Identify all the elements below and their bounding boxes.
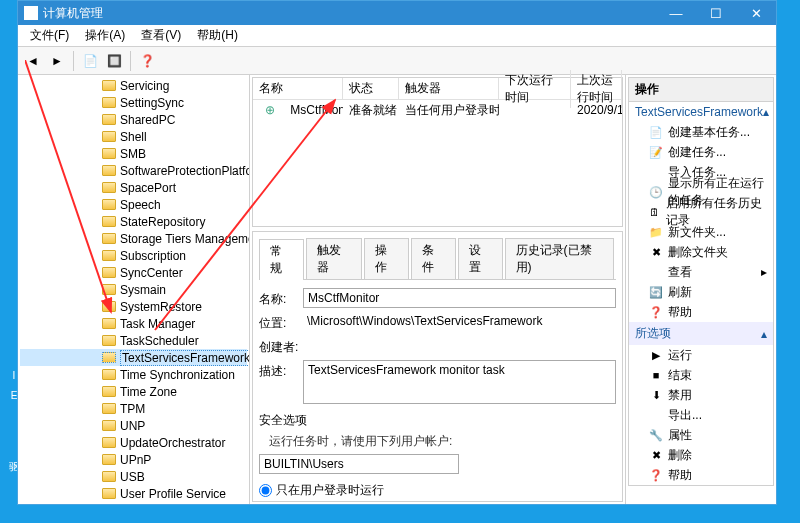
- action-icon: ⬇: [649, 388, 663, 402]
- tree-item-unp[interactable]: UNP: [20, 417, 247, 434]
- folder-icon: [102, 80, 116, 91]
- action-label: 删除: [668, 447, 692, 464]
- folder-icon: [102, 318, 116, 329]
- action-label: 禁用: [668, 387, 692, 404]
- task-row[interactable]: ⊕ MsCtfMoni... 准备就绪 当任何用户登录时 2020/9/15 1…: [253, 100, 622, 120]
- name-field[interactable]: [303, 288, 616, 308]
- tree-item-synccenter[interactable]: SyncCenter: [20, 264, 247, 281]
- action-帮助[interactable]: ❓帮助: [629, 302, 773, 322]
- tree-item-time-zone[interactable]: Time Zone: [20, 383, 247, 400]
- menu-help[interactable]: 帮助(H): [189, 25, 246, 46]
- col-trigger[interactable]: 触发器: [399, 78, 499, 99]
- tree-item-task-manager[interactable]: Task Manager: [20, 315, 247, 332]
- tree-item-usb[interactable]: USB: [20, 468, 247, 485]
- actions-group-1-title: TextServicesFramework▴: [629, 102, 773, 122]
- toolbar-refresh-button[interactable]: 🔲: [103, 50, 125, 72]
- menubar: 文件(F) 操作(A) 查看(V) 帮助(H): [18, 25, 776, 47]
- action-icon: ❓: [649, 305, 663, 319]
- collapse-icon[interactable]: ▴: [761, 327, 767, 341]
- tab-general[interactable]: 常规: [259, 239, 304, 280]
- tree-item-label: SpacePort: [120, 181, 176, 195]
- tree-item-sysmain[interactable]: Sysmain: [20, 281, 247, 298]
- toolbar-back-button[interactable]: ◄: [22, 50, 44, 72]
- tree-item-label: Task Manager: [120, 317, 195, 331]
- action-结束[interactable]: ■结束: [629, 365, 773, 385]
- action-禁用[interactable]: ⬇禁用: [629, 385, 773, 405]
- location-field: [303, 312, 616, 330]
- col-name[interactable]: 名称: [253, 78, 343, 99]
- toolbar-help-button[interactable]: ❓: [136, 50, 158, 72]
- action-运行[interactable]: ▶运行: [629, 345, 773, 365]
- tree-item-updateorchestrator[interactable]: UpdateOrchestrator: [20, 434, 247, 451]
- middle-pane: 名称 状态 触发器 下次运行时间 上次运行时间 ⊕ MsCtfMoni... 准…: [250, 75, 626, 504]
- menu-file[interactable]: 文件(F): [22, 25, 77, 46]
- action-label: 运行: [668, 347, 692, 364]
- tree-item-systemrestore[interactable]: SystemRestore: [20, 298, 247, 315]
- tree-item-time-synchronization[interactable]: Time Synchronization: [20, 366, 247, 383]
- task-trigger: 当任何用户登录时: [399, 100, 499, 121]
- tree-item-textservicesframework[interactable]: TextServicesFramework: [20, 349, 247, 366]
- toolbar-up-button[interactable]: 📄: [79, 50, 101, 72]
- folder-icon: [102, 420, 116, 431]
- action-label: 属性: [668, 427, 692, 444]
- tree-item-tpm[interactable]: TPM: [20, 400, 247, 417]
- tab-settings[interactable]: 设置: [458, 238, 503, 279]
- action-创建基本任务[interactable]: 📄创建基本任务...: [629, 122, 773, 142]
- action-导出[interactable]: 导出...: [629, 405, 773, 425]
- action-查看[interactable]: 查看▸: [629, 262, 773, 282]
- action-删除文件夹[interactable]: ✖删除文件夹: [629, 242, 773, 262]
- action-刷新[interactable]: 🔄刷新: [629, 282, 773, 302]
- security-account[interactable]: BUILTIN\Users: [259, 454, 459, 474]
- action-启用所有任务历史记录[interactable]: 🗓启用所有任务历史记录: [629, 202, 773, 222]
- actions-pane: 操作 TextServicesFramework▴ 📄创建基本任务...📝创建任…: [626, 75, 776, 504]
- titlebar[interactable]: 计算机管理 — ☐ ✕: [18, 1, 776, 25]
- toolbar-forward-button[interactable]: ►: [46, 50, 68, 72]
- action-icon: ▶: [649, 348, 663, 362]
- tree-item-speech[interactable]: Speech: [20, 196, 247, 213]
- folder-icon: [102, 488, 116, 499]
- menu-action[interactable]: 操作(A): [77, 25, 133, 46]
- col-status[interactable]: 状态: [343, 78, 399, 99]
- minimize-button[interactable]: —: [656, 1, 696, 25]
- close-button[interactable]: ✕: [736, 1, 776, 25]
- tab-conditions[interactable]: 条件: [411, 238, 456, 279]
- tree-item-shell[interactable]: Shell: [20, 128, 247, 145]
- folder-icon: [102, 284, 116, 295]
- tree-item-smb[interactable]: SMB: [20, 145, 247, 162]
- tree-item-subscription[interactable]: Subscription: [20, 247, 247, 264]
- tab-triggers[interactable]: 触发器: [306, 238, 362, 279]
- maximize-button[interactable]: ☐: [696, 1, 736, 25]
- collapse-icon[interactable]: ▴: [763, 105, 769, 119]
- tree-item-waasmedic[interactable]: WaaSMedic: [20, 502, 247, 504]
- author-field: [303, 336, 616, 354]
- folder-icon: [102, 352, 116, 363]
- tree-item-settingsync[interactable]: SettingSync: [20, 94, 247, 111]
- action-帮助[interactable]: ❓帮助: [629, 465, 773, 485]
- tree-item-upnp[interactable]: UPnP: [20, 451, 247, 468]
- action-创建任务[interactable]: 📝创建任务...: [629, 142, 773, 162]
- login-radio[interactable]: [259, 484, 272, 497]
- tree-item-label: SyncCenter: [120, 266, 183, 280]
- desc-field[interactable]: TextServicesFramework monitor task: [303, 360, 616, 404]
- tree-item-servicing[interactable]: Servicing: [20, 77, 247, 94]
- tree-item-storage-tiers-management[interactable]: Storage Tiers Management: [20, 230, 247, 247]
- tree-item-spaceport[interactable]: SpacePort: [20, 179, 247, 196]
- tree-item-staterepository[interactable]: StateRepository: [20, 213, 247, 230]
- tree-item-softwareprotectionplatform[interactable]: SoftwareProtectionPlatform: [20, 162, 247, 179]
- menu-view[interactable]: 查看(V): [133, 25, 189, 46]
- action-icon: 🔄: [649, 285, 663, 299]
- folder-icon: [102, 182, 116, 193]
- tab-actions[interactable]: 操作: [364, 238, 409, 279]
- folder-icon: [102, 165, 116, 176]
- tree-pane[interactable]: ServicingSettingSyncSharedPCShellSMBSoft…: [18, 75, 250, 504]
- folder-icon: [102, 471, 116, 482]
- tree-item-taskscheduler[interactable]: TaskScheduler: [20, 332, 247, 349]
- action-删除[interactable]: ✖删除: [629, 445, 773, 465]
- tree-item-user-profile-service[interactable]: User Profile Service: [20, 485, 247, 502]
- tab-history[interactable]: 历史记录(已禁用): [505, 238, 614, 279]
- folder-icon: [102, 369, 116, 380]
- action-属性[interactable]: 🔧属性: [629, 425, 773, 445]
- tree-item-sharedpc[interactable]: SharedPC: [20, 111, 247, 128]
- action-label: 导出...: [668, 407, 702, 424]
- action-icon: 🗓: [649, 205, 661, 219]
